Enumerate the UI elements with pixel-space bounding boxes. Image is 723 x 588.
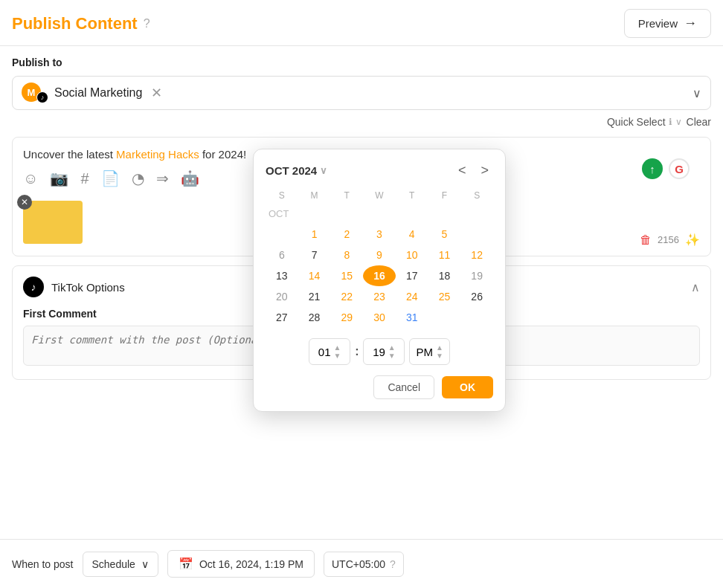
- link-icon[interactable]: ⇒: [156, 169, 169, 187]
- calendar-popup: OCT 2024 ∨ < > S M T W T F S OCT 1: [253, 149, 506, 412]
- calendar-day[interactable]: 10: [396, 245, 428, 265]
- tiktok-options-label: TikTok Options: [51, 281, 125, 294]
- calendar-day[interactable]: 24: [396, 286, 428, 307]
- calendar-day[interactable]: 19: [460, 265, 493, 286]
- calendar-week: 27 28 29 30 31: [266, 307, 493, 328]
- remove-image-button[interactable]: ✕: [17, 195, 32, 210]
- calendar-day: [266, 224, 298, 245]
- when-to-post-label: When to post: [12, 558, 74, 570]
- calendar-day[interactable]: 12: [460, 245, 493, 265]
- calendar-prev-button[interactable]: <: [454, 161, 471, 180]
- calendar-day[interactable]: 5: [428, 224, 461, 245]
- calendar-day[interactable]: 8: [330, 245, 363, 265]
- calendar-icon: 📅: [179, 557, 193, 571]
- tiktok-icon: ♪: [31, 281, 36, 293]
- content-footer: 🗑 2156 ✨: [640, 233, 700, 247]
- preview-button[interactable]: Preview →: [624, 9, 711, 38]
- calendar-month-label: OCT: [266, 205, 493, 224]
- social-name: Social Marketing: [54, 86, 142, 100]
- calendar-day[interactable]: 6: [266, 245, 298, 265]
- calendar-ok-button[interactable]: OK: [442, 376, 493, 398]
- quick-select-label: Quick Select ℹ ∨: [607, 116, 682, 128]
- calendar-week: 1 2 3 4 5: [266, 224, 493, 245]
- tiktok-logo: ♪: [23, 277, 44, 297]
- calendar-day[interactable]: 14: [298, 265, 331, 286]
- calendar-days-header: S M T W T F S: [266, 189, 493, 202]
- calendar-day[interactable]: 1: [298, 224, 331, 245]
- calendar-day[interactable]: 20: [266, 286, 298, 307]
- calendar-day[interactable]: 17: [396, 265, 428, 286]
- calendar-day[interactable]: 23: [363, 286, 396, 307]
- chevron-up-icon: ∧: [691, 280, 700, 294]
- timezone-badge[interactable]: UTC+05:00 ?: [324, 552, 404, 577]
- calendar-day[interactable]: 22: [330, 286, 363, 307]
- calendar-day[interactable]: 27: [266, 307, 298, 328]
- chevron-down-icon: ∨: [675, 117, 682, 127]
- grammarly-icon[interactable]: G: [669, 158, 690, 179]
- calendar-day[interactable]: 7: [298, 245, 331, 265]
- hour-spinner[interactable]: ▲ ▼: [334, 343, 341, 360]
- calendar-day[interactable]: 31: [396, 307, 428, 328]
- hashtag-icon[interactable]: #: [80, 170, 89, 187]
- publish-to-label: Publish to: [12, 56, 711, 68]
- calendar-day: [428, 307, 461, 328]
- ampm-spinner[interactable]: ▲ ▼: [436, 343, 443, 360]
- calendar-day[interactable]: 15: [330, 265, 363, 286]
- calendar-day[interactable]: 26: [460, 286, 493, 307]
- calendar-day[interactable]: 25: [428, 286, 461, 307]
- emoji-icon[interactable]: ☺: [23, 170, 38, 187]
- calendar-selected-day[interactable]: 16: [363, 265, 396, 286]
- timezone-help-icon: ?: [390, 558, 396, 570]
- image-preview: ✕: [23, 201, 83, 244]
- calendar-day[interactable]: 9: [363, 245, 396, 265]
- trash-icon[interactable]: 🗑: [640, 233, 652, 247]
- calendar-day[interactable]: 21: [298, 286, 331, 307]
- calendar-day[interactable]: 13: [266, 265, 298, 286]
- calendar-day: [460, 307, 493, 328]
- tiktok-icon: ♪: [41, 94, 45, 101]
- calendar-day[interactable]: 4: [396, 224, 428, 245]
- calendar-week: 20 21 22 23 24 25 26: [266, 286, 493, 307]
- help-icon[interactable]: ?: [144, 17, 150, 30]
- calendar-cancel-button[interactable]: Cancel: [373, 375, 434, 399]
- schedule-select[interactable]: Schedule ∨: [83, 552, 158, 577]
- magic-wand-icon[interactable]: ✨: [685, 233, 700, 247]
- clear-button[interactable]: Clear: [687, 116, 711, 128]
- calendar-day[interactable]: 18: [428, 265, 461, 286]
- chevron-down-icon: ∨: [141, 558, 149, 570]
- calendar-month-button[interactable]: OCT 2024 ∨: [266, 164, 327, 177]
- upload-icon[interactable]: ↑: [642, 158, 663, 179]
- chevron-down-icon: ∨: [693, 86, 701, 100]
- photo-icon[interactable]: 📷: [50, 169, 68, 187]
- calendar-day[interactable]: 2: [330, 224, 363, 245]
- ampm-select[interactable]: PM ▲ ▼: [409, 338, 449, 365]
- calendar-day[interactable]: 3: [363, 224, 396, 245]
- time-colon: :: [355, 345, 359, 358]
- calendar-week: 6 7 8 9 10 11 12: [266, 245, 493, 265]
- avatar: M ♪: [22, 83, 48, 103]
- info-icon: ℹ: [669, 117, 672, 127]
- minute-spinner[interactable]: ▲ ▼: [388, 343, 396, 360]
- calendar-week: 13 14 15 16 17 18 19: [266, 265, 493, 286]
- date-display[interactable]: 📅 Oct 16, 2024, 1:19 PM: [167, 550, 315, 578]
- calendar-next-button[interactable]: >: [476, 161, 493, 180]
- chart-icon[interactable]: ◔: [132, 169, 144, 187]
- time-picker: 01 ▲ ▼ : 19 ▲ ▼ PM ▲ ▼: [266, 338, 493, 365]
- hour-input[interactable]: 01 ▲ ▼: [309, 338, 350, 365]
- remove-platform-button[interactable]: ✕: [151, 85, 162, 101]
- calendar-grid: S M T W T F S OCT 1 2 3 4 5 6: [266, 189, 493, 328]
- calendar-day[interactable]: [460, 224, 493, 245]
- minute-input[interactable]: 19 ▲ ▼: [363, 338, 405, 365]
- calendar-footer: Cancel OK: [266, 375, 493, 399]
- toolbar-right: ↑ G: [642, 158, 690, 179]
- calendar-day[interactable]: 11: [428, 245, 461, 265]
- ai-icon[interactable]: 🤖: [181, 169, 199, 187]
- calendar-day[interactable]: 28: [298, 307, 331, 328]
- document-icon[interactable]: 📄: [101, 169, 120, 187]
- chevron-down-icon: ∨: [320, 165, 327, 176]
- calendar-day[interactable]: 30: [363, 307, 396, 328]
- social-dropdown[interactable]: M ♪ Social Marketing ✕ ∨: [12, 76, 711, 110]
- word-count: 2156: [658, 234, 679, 245]
- page-title: Publish Content: [12, 14, 138, 33]
- calendar-day[interactable]: 29: [330, 307, 363, 328]
